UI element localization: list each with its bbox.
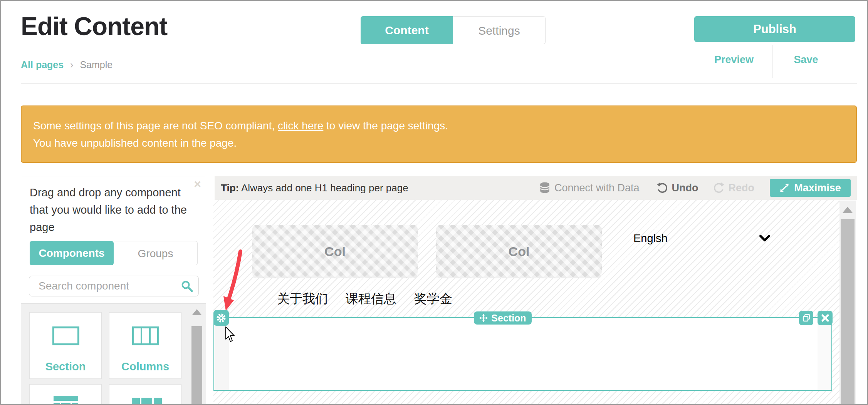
page-canvas: Col Col Englsh 关于我们 课程信息 奖学金	[213, 200, 839, 405]
tip-label: Tip:	[221, 182, 239, 194]
publish-button[interactable]: Publish	[694, 16, 855, 42]
save-link[interactable]: Save	[787, 54, 825, 66]
canvas-scrollbar[interactable]	[839, 201, 856, 405]
header-divider	[21, 83, 857, 84]
scrollbar-thumb[interactable]	[841, 219, 855, 405]
undo-button[interactable]: Undo	[656, 182, 698, 194]
tip-body: Always add one H1 heading per page	[239, 182, 408, 194]
editor-toolbar: Tip: Always add one H1 heading per page …	[215, 176, 857, 200]
tab-components[interactable]: Components	[30, 241, 114, 265]
breadcrumb: All pages › Sample	[21, 59, 112, 70]
move-icon	[479, 314, 488, 322]
component-tile-columns[interactable]: Columns	[109, 312, 181, 379]
breadcrumb-separator: ›	[70, 59, 73, 70]
component-tile-header-columns[interactable]	[29, 384, 102, 405]
selected-section[interactable]	[213, 317, 832, 391]
page-nav: 关于我们 课程信息 奖学金	[277, 290, 452, 308]
nav-item-about[interactable]: 关于我们	[277, 290, 328, 308]
preview-link[interactable]: Preview	[709, 54, 759, 66]
section-badge-label: Section	[491, 313, 526, 324]
copy-icon	[802, 313, 811, 323]
nav-item-courses[interactable]: 课程信息	[346, 290, 396, 308]
column-placeholder-2[interactable]: Col	[436, 225, 602, 278]
search-component-wrap	[29, 276, 199, 296]
preview-save-divider	[772, 45, 772, 78]
breadcrumb-current: Sample	[80, 59, 112, 70]
undo-icon	[656, 182, 668, 194]
section-icon	[52, 326, 79, 345]
database-icon	[539, 182, 551, 194]
redo-button[interactable]: Redo	[713, 182, 755, 194]
content-settings-tabs: Content Settings	[361, 16, 546, 44]
component-tile-filled-columns[interactable]	[109, 384, 181, 405]
chevron-down-icon[interactable]	[759, 234, 771, 242]
maximise-icon	[779, 183, 789, 193]
tab-content[interactable]: Content	[361, 16, 453, 44]
language-selector-value[interactable]: Englsh	[633, 232, 668, 245]
search-component-input[interactable]	[29, 276, 199, 296]
page-title: Edit Content	[21, 12, 167, 41]
maximise-label: Maximise	[794, 182, 841, 194]
tile-label: Columns	[109, 360, 181, 373]
component-list: Section Columns	[21, 304, 206, 405]
section-left-strip	[214, 318, 229, 390]
header-columns-icon	[54, 396, 78, 401]
search-icon[interactable]	[181, 280, 193, 292]
banner-line1-tail: to view the page settings.	[323, 120, 448, 132]
scrollbar-thumb[interactable]	[191, 326, 202, 405]
banner-line-1: Some settings of this page are not SEO c…	[33, 117, 856, 134]
gear-icon	[216, 313, 227, 323]
seo-warning-banner: Some settings of this page are not SEO c…	[21, 105, 857, 163]
undo-label: Undo	[672, 182, 698, 194]
scroll-up-arrow-icon[interactable]	[192, 309, 202, 315]
panel-intro-text: Drag and drop any component that you wou…	[30, 184, 195, 236]
sidebar-scrollbar[interactable]	[191, 308, 202, 405]
edit-content-window: Edit Content All pages › Sample Content …	[0, 0, 868, 405]
section-settings-button[interactable]	[213, 310, 229, 326]
tip-text: Tip: Always add one H1 heading per page	[221, 182, 408, 194]
breadcrumb-all-pages-link[interactable]: All pages	[21, 59, 64, 70]
section-right-strip	[818, 318, 831, 390]
banner-line1-text: Some settings of this page are not SEO c…	[33, 120, 278, 132]
component-panel: × Drag and drop any component that you w…	[21, 176, 206, 304]
section-drag-handle[interactable]: Section	[474, 311, 532, 325]
tab-groups[interactable]: Groups	[114, 241, 198, 265]
component-tile-section[interactable]: Section	[29, 312, 102, 379]
filled-columns-icon	[132, 398, 162, 405]
annotation-arrow	[217, 249, 252, 315]
scroll-up-arrow-icon[interactable]	[842, 207, 853, 213]
column-placeholder-1[interactable]: Col	[252, 225, 418, 278]
section-duplicate-button[interactable]	[799, 311, 813, 325]
components-groups-tabs: Components Groups	[30, 241, 198, 265]
redo-icon	[713, 182, 725, 194]
connect-label: Connect with Data	[554, 182, 640, 194]
banner-line-2: You have unpublished content in the page…	[33, 134, 856, 152]
section-delete-button[interactable]	[818, 311, 833, 325]
header-columns-icon-row	[54, 403, 78, 405]
tile-label: Section	[30, 360, 101, 373]
connect-with-data-button[interactable]: Connect with Data	[539, 182, 640, 194]
redo-label: Redo	[729, 182, 755, 194]
close-icon	[821, 314, 829, 322]
nav-item-scholarship[interactable]: 奖学金	[414, 290, 452, 308]
tab-settings[interactable]: Settings	[453, 16, 546, 44]
maximise-button[interactable]: Maximise	[770, 179, 851, 197]
banner-click-here-link[interactable]: click here	[278, 120, 323, 132]
columns-icon	[132, 326, 159, 345]
